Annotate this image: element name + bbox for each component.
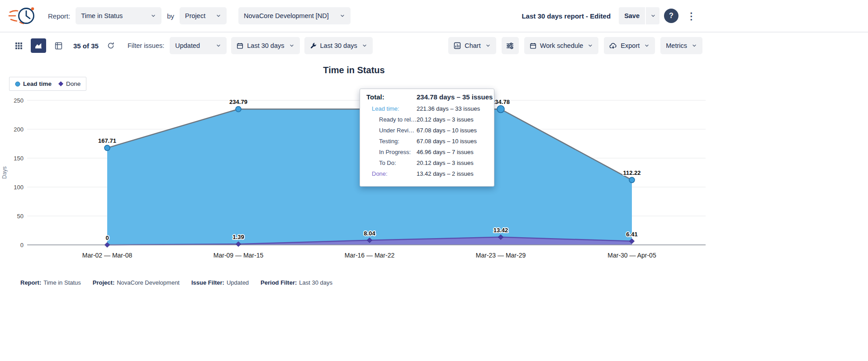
svg-text:1.39: 1.39 xyxy=(232,234,244,240)
tooltip-row-value: 46.96 days – 7 issues xyxy=(417,149,474,155)
svg-text:8.04: 8.04 xyxy=(364,230,375,237)
refresh-icon xyxy=(107,42,114,49)
issue-filter-value: Updated xyxy=(175,42,200,49)
svg-text:6.41: 6.41 xyxy=(626,231,637,238)
svg-text:234.79: 234.79 xyxy=(229,98,247,105)
save-split-button: Save xyxy=(619,7,659,24)
chevron-down-icon xyxy=(216,13,221,19)
tooltip-row-value: 67.08 days – 10 issues xyxy=(417,127,477,134)
tooltip-total-row: Total: 234.78 days – 35 issues xyxy=(360,93,494,105)
more-options-button[interactable]: ⋮ xyxy=(683,11,700,21)
chart-view-button[interactable] xyxy=(31,38,46,53)
metrics-select[interactable]: Metrics xyxy=(660,37,702,54)
wrench-icon xyxy=(310,42,317,49)
svg-text:234.78: 234.78 xyxy=(492,98,510,105)
tooltip-row: Under Revi…67.08 days – 10 issues xyxy=(360,127,494,138)
chevron-down-icon xyxy=(588,43,593,48)
calendar-icon xyxy=(237,42,243,49)
footer-item-label: Project: xyxy=(93,279,114,286)
svg-text:112.22: 112.22 xyxy=(623,169,640,176)
group-by-select[interactable]: Project xyxy=(180,7,227,24)
date-range-select[interactable]: Last 30 days xyxy=(231,37,299,54)
tooltip-row: In Progress:46.96 days – 7 issues xyxy=(360,149,494,159)
issue-filter-select[interactable]: Updated xyxy=(170,37,227,54)
question-mark-icon: ? xyxy=(669,12,674,20)
legend-label-lead-time: Lead time xyxy=(23,80,52,87)
tooltip-row-label: In Progress: xyxy=(366,149,417,155)
chevron-down-icon xyxy=(216,43,221,48)
tooltip-row-value: 67.08 days – 10 issues xyxy=(417,138,477,145)
report-label: Report: xyxy=(48,12,70,20)
help-button[interactable]: ? xyxy=(664,9,678,23)
area-chart-plot[interactable]: 050100150200250167.71234.79234.78112.220… xyxy=(0,90,708,267)
tooltip-row: To Do:20.12 days – 3 issues xyxy=(360,159,494,170)
svg-text:167.71: 167.71 xyxy=(98,137,116,144)
svg-text:0: 0 xyxy=(20,242,24,248)
svg-text:Days: Days xyxy=(1,166,8,178)
tooltip-row-label: Under Revi… xyxy=(366,127,417,134)
app-logo[interactable] xyxy=(8,5,38,27)
tooltip-row-value: 20.12 days – 3 issues xyxy=(417,116,474,123)
report-footer: Report:Time in StatusProject:NovaCore De… xyxy=(0,279,708,286)
toolbar: 35 of 35 Filter issues: Updated Last 30 … xyxy=(0,33,708,59)
svg-text:Mar-30 — Apr-05: Mar-30 — Apr-05 xyxy=(607,252,656,259)
svg-text:200: 200 xyxy=(14,126,24,133)
tooltip-rows: Lead time:221.36 days – 33 issuesReady t… xyxy=(360,105,494,181)
status-period-select[interactable]: Last 30 days xyxy=(304,37,373,54)
report-name: Last 30 days report - Edited xyxy=(522,12,611,20)
header-right-group: Last 30 days report - Edited Save ? ⋮ xyxy=(522,7,700,24)
chevron-down-icon xyxy=(485,43,491,48)
tooltip-row-value: 20.12 days – 3 issues xyxy=(417,159,474,166)
pivot-view-button[interactable] xyxy=(51,38,66,53)
cloud-export-icon xyxy=(609,42,617,49)
svg-text:Mar-02 — Mar-08: Mar-02 — Mar-08 xyxy=(82,252,133,259)
chevron-down-icon xyxy=(362,43,367,48)
svg-text:Mar-16 — Mar-22: Mar-16 — Mar-22 xyxy=(345,252,395,259)
toolbar-right-group: Chart Work schedule xyxy=(448,37,702,54)
svg-text:150: 150 xyxy=(14,155,24,162)
by-label: by xyxy=(167,12,174,20)
tooltip-row: Done:13.42 days – 2 issues xyxy=(360,170,494,181)
export-value: Export xyxy=(621,42,640,49)
footer-item-value: NovaCore Development xyxy=(117,279,180,286)
tooltip-row-value: 13.42 days – 2 issues xyxy=(417,170,474,177)
project-value: NovaCore Development [ND] xyxy=(244,12,329,19)
svg-text:Mar-09 — Mar-15: Mar-09 — Mar-15 xyxy=(213,252,264,259)
legend-label-done: Done xyxy=(66,80,81,87)
grid-view-button[interactable] xyxy=(11,38,26,53)
footer-item-label: Report: xyxy=(20,279,41,286)
export-select[interactable]: Export xyxy=(604,37,655,54)
chevron-down-icon xyxy=(692,43,697,48)
svg-text:Mar-23 — Mar-29: Mar-23 — Mar-29 xyxy=(476,252,526,259)
footer-item-value: Time in Status xyxy=(43,279,81,286)
refresh-button[interactable] xyxy=(103,38,119,53)
legend-item-done[interactable]: Done xyxy=(58,80,81,87)
chevron-down-icon xyxy=(650,13,656,19)
date-range-value: Last 30 days xyxy=(247,42,284,49)
project-select[interactable]: NovaCore Development [ND] xyxy=(238,7,351,24)
save-options-button[interactable] xyxy=(646,7,659,24)
svg-text:250: 250 xyxy=(14,97,24,104)
legend-item-lead-time[interactable]: Lead time xyxy=(15,80,52,87)
svg-text:13.42: 13.42 xyxy=(493,227,508,234)
app-logo-icon xyxy=(8,5,38,27)
tooltip-total-value: 234.78 days – 35 issues xyxy=(417,93,493,101)
header-inner: Report: Time in Status by Project NovaCo… xyxy=(0,0,708,32)
footer-item: Project:NovaCore Development xyxy=(93,279,180,286)
grid-icon xyxy=(15,42,23,50)
chevron-down-icon xyxy=(151,13,156,19)
work-schedule-select[interactable]: Work schedule xyxy=(524,37,599,54)
work-schedule-value: Work schedule xyxy=(540,42,583,49)
save-button[interactable]: Save xyxy=(619,7,645,24)
calendar-icon xyxy=(530,42,536,49)
tooltip-row-label: Ready to rel… xyxy=(366,116,417,123)
chart-type-select[interactable]: Chart xyxy=(448,37,496,54)
svg-text:100: 100 xyxy=(14,184,24,191)
footer-item: Report:Time in Status xyxy=(20,279,81,286)
lead-time-marker-icon xyxy=(15,81,20,87)
top-header: Report: Time in Status by Project NovaCo… xyxy=(0,0,868,33)
footer-item-value: Updated xyxy=(227,279,249,286)
area-chart-icon xyxy=(34,42,43,49)
chart-settings-button[interactable] xyxy=(502,37,519,54)
report-type-select[interactable]: Time in Status xyxy=(76,7,161,24)
